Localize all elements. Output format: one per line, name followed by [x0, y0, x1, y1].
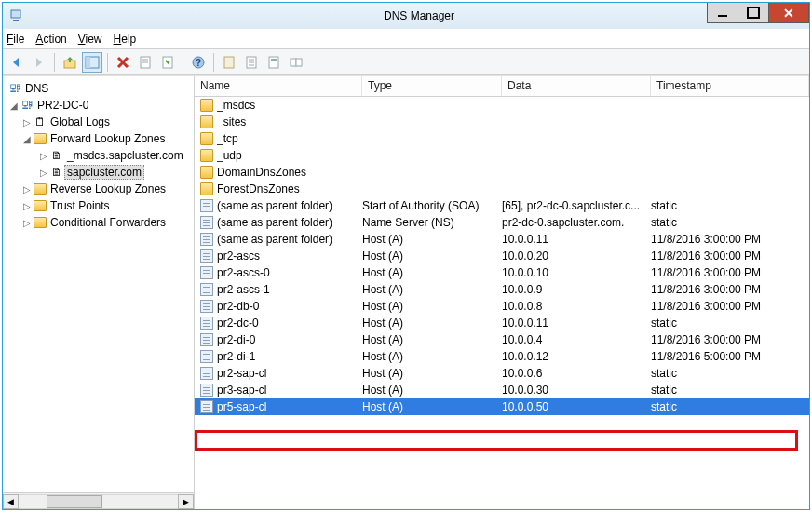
record-icon [200, 384, 213, 397]
list-record[interactable]: pr2-ascs-0Host (A)10.0.0.1011/8/2016 3:0… [195, 264, 809, 281]
item-type: Host (A) [362, 400, 502, 413]
close-button[interactable]: ✕ [768, 3, 809, 23]
item-name: pr2-db-0 [217, 300, 259, 313]
up-button[interactable] [60, 52, 80, 73]
tree-rev-zones[interactable]: ▷Reverse Lookup Zones [5, 181, 194, 197]
item-name: (same as parent folder) [217, 233, 332, 246]
svg-rect-11 [224, 57, 234, 68]
annotation-highlight [195, 430, 798, 451]
svg-rect-0 [11, 10, 20, 18]
record-icon [200, 333, 213, 346]
scroll-left-icon[interactable]: ◀ [3, 494, 19, 509]
item-timestamp: 11/8/2016 3:00:00 PM [651, 233, 809, 246]
item-type: Host (A) [362, 233, 502, 246]
list-folder[interactable]: _udp [195, 147, 809, 164]
record-icon [200, 249, 213, 263]
item-name: (same as parent folder) [217, 216, 332, 229]
list-record[interactable]: pr2-dc-0Host (A)10.0.0.11static [195, 315, 809, 331]
list-folder[interactable]: _msdcs [195, 97, 809, 114]
col-name[interactable]: Name [195, 76, 362, 96]
item-data: 10.0.0.8 [502, 300, 651, 313]
item-name: DomainDnsZones [217, 166, 306, 179]
action4-button[interactable] [286, 52, 306, 73]
action2-button[interactable] [241, 52, 262, 73]
menu-help[interactable]: Help [114, 33, 137, 46]
list-record[interactable]: (same as parent folder)Host (A)10.0.0.11… [195, 231, 809, 248]
show-hide-tree-button[interactable] [82, 52, 102, 73]
tree-server[interactable]: ◢🖳PR2-DC-0 [5, 97, 194, 114]
tree-global-logs[interactable]: ▷🗒Global Logs [5, 114, 194, 130]
list-pane: Name Type Data Timestamp _msdcs_sites_tc… [195, 76, 809, 509]
item-data: 10.0.0.9 [502, 283, 651, 296]
item-name: pr2-ascs-1 [217, 283, 270, 296]
item-name: (same as parent folder) [217, 199, 332, 212]
list-record[interactable]: pr2-ascs-1Host (A)10.0.0.911/8/2016 3:00… [195, 281, 809, 298]
export-button[interactable] [157, 52, 178, 73]
svg-text:?: ? [196, 58, 201, 68]
item-timestamp: 11/8/2016 3:00:00 PM [651, 266, 809, 279]
nav-back-button[interactable] [7, 52, 27, 73]
list-record[interactable]: pr3-sap-clHost (A)10.0.0.30static [195, 382, 809, 398]
scroll-thumb[interactable] [47, 495, 102, 508]
svg-rect-18 [291, 59, 296, 66]
list-record[interactable]: pr2-di-0Host (A)10.0.0.411/8/2016 3:00:0… [195, 331, 809, 348]
props1-button[interactable] [135, 52, 156, 73]
list-folder[interactable]: _sites [195, 114, 809, 130]
item-type: Host (A) [362, 384, 502, 397]
delete-button[interactable] [113, 52, 133, 73]
record-icon [200, 300, 213, 313]
folder-icon [200, 99, 213, 112]
item-data: 10.0.0.20 [502, 249, 651, 263]
item-name: _sites [217, 115, 246, 128]
app-icon [8, 8, 23, 23]
record-icon [200, 317, 213, 330]
folder-icon [200, 166, 213, 179]
list-record[interactable]: pr2-db-0Host (A)10.0.0.811/8/2016 3:00:0… [195, 298, 809, 315]
col-data[interactable]: Data [502, 76, 651, 96]
col-timestamp[interactable]: Timestamp [651, 76, 809, 96]
record-icon [200, 367, 213, 380]
menu-action[interactable]: Action [35, 33, 66, 46]
tree-zone-msdcs[interactable]: ▷🗎_msdcs.sapcluster.com [5, 147, 194, 164]
list-record[interactable]: pr2-sap-clHost (A)10.0.0.6static [195, 365, 809, 382]
item-name: pr2-ascs-0 [217, 266, 270, 279]
list-record[interactable]: pr5-sap-clHost (A)10.0.0.50static [195, 398, 809, 415]
col-type[interactable]: Type [362, 76, 502, 96]
list-folder[interactable]: ForestDnsZones [195, 181, 809, 197]
list-folder[interactable]: _tcp [195, 130, 809, 147]
tree[interactable]: 🖳DNS ◢🖳PR2-DC-0 ▷🗒Global Logs ◢Forward L… [3, 76, 194, 492]
record-icon [200, 199, 213, 212]
menu-file[interactable]: File [7, 33, 24, 46]
item-timestamp: static [651, 317, 809, 330]
tree-zone-sapcluster[interactable]: ▷🗎sapcluster.com [5, 164, 194, 181]
record-icon [200, 350, 213, 363]
nav-fwd-button[interactable] [29, 52, 49, 73]
action1-button[interactable] [219, 52, 239, 73]
scroll-right-icon[interactable]: ▶ [178, 494, 194, 509]
menu-view[interactable]: View [78, 33, 102, 46]
item-data: pr2-dc-0.sapcluster.com. [502, 216, 651, 229]
list-record[interactable]: (same as parent folder)Name Server (NS)p… [195, 214, 809, 231]
tree-trust-points[interactable]: ▷Trust Points [5, 197, 194, 214]
titlebar[interactable]: DNS Manager ✕ [3, 3, 809, 29]
maximize-button[interactable] [738, 3, 769, 23]
item-data: 10.0.0.50 [502, 400, 651, 413]
list-record[interactable]: (same as parent folder)Start of Authorit… [195, 197, 809, 214]
tree-root-dns[interactable]: 🖳DNS [5, 80, 194, 97]
item-name: pr5-sap-cl [217, 400, 266, 413]
item-name: _udp [217, 149, 242, 162]
help-button[interactable]: ? [188, 52, 209, 73]
action3-button[interactable] [264, 52, 284, 73]
menubar: File Action View Help [3, 29, 809, 49]
item-timestamp: 11/8/2016 3:00:00 PM [651, 249, 809, 263]
list-folder[interactable]: DomainDnsZones [195, 164, 809, 181]
minimize-button[interactable] [707, 3, 738, 23]
list-record[interactable]: pr2-di-1Host (A)10.0.0.1211/8/2016 5:00:… [195, 348, 809, 365]
item-timestamp: static [651, 400, 809, 413]
tree-fwd-zones[interactable]: ◢Forward Lookup Zones [5, 130, 194, 147]
list-record[interactable]: pr2-ascsHost (A)10.0.0.2011/8/2016 3:00:… [195, 248, 809, 264]
tree-hscroll[interactable]: ◀ ▶ [3, 492, 194, 509]
item-type: Name Server (NS) [362, 216, 502, 229]
tree-cond-fwd[interactable]: ▷Conditional Forwarders [5, 214, 194, 231]
list-body[interactable]: _msdcs_sites_tcp_udpDomainDnsZonesForest… [195, 97, 809, 509]
